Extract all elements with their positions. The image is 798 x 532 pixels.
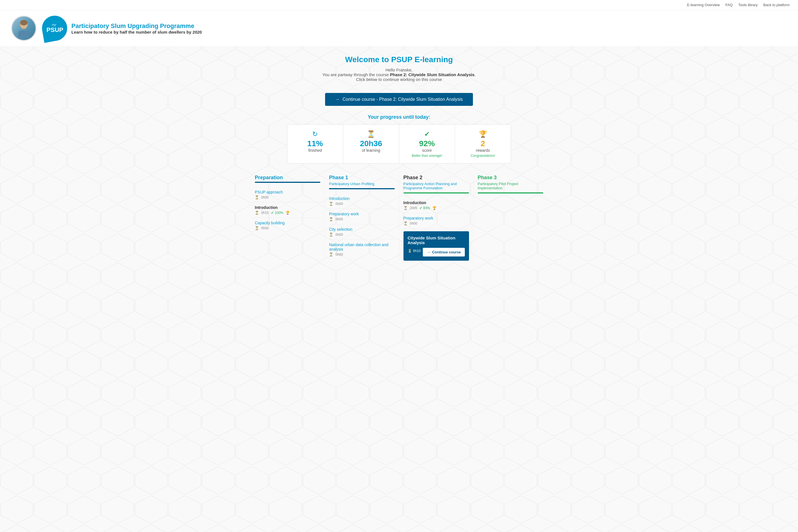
score-badge: ✔ 83% bbox=[419, 206, 430, 210]
current-course-title: Citywide Slum Situation Analysis bbox=[408, 235, 465, 245]
phase1-subtitle: Participatory Urban Profiling bbox=[329, 182, 395, 186]
item-title: City selection bbox=[329, 227, 395, 231]
nav-back-platform[interactable]: Back to platform bbox=[763, 3, 790, 7]
continue-course-button[interactable]: → Continue course - Phase 2: Citywide Sl… bbox=[325, 93, 473, 106]
item-meta: ⏳ 0h00 bbox=[329, 233, 395, 236]
score-sub: Better than average! bbox=[402, 154, 452, 158]
item-title: Introduction bbox=[403, 201, 469, 205]
item-title: National urban data collection and analy… bbox=[329, 243, 395, 251]
progress-heading: Your progress until today: bbox=[6, 114, 792, 120]
phase2-divider bbox=[403, 192, 469, 193]
top-nav: E-learning Overview FAQ Tools library Ba… bbox=[0, 0, 798, 10]
score-value: 92% bbox=[402, 139, 452, 148]
trophy-icon: 🏆 bbox=[432, 206, 437, 210]
progress-card-finished: ↻ 11% finished bbox=[287, 125, 343, 163]
phase3-divider bbox=[478, 192, 543, 193]
item-title: Introduction bbox=[329, 196, 395, 201]
progress-card-score: ✔ 92% score Better than average! bbox=[399, 125, 455, 163]
clock-icon: ⏳ bbox=[403, 222, 408, 225]
item-title: Preparatory work bbox=[403, 216, 469, 220]
arrow-icon: → bbox=[427, 250, 430, 254]
avatar bbox=[11, 16, 36, 41]
greeting-text: Hello Franske, You are partway through t… bbox=[6, 68, 792, 82]
item-meta: ⏳ 0h00 bbox=[403, 222, 469, 225]
phase-col-preparation: Preparation PSUP approach ⏳ 0h00 Introdu… bbox=[251, 175, 325, 261]
welcome-section: Welcome to PSUP E-learning Hello Franske… bbox=[0, 47, 798, 87]
phase-col-phase1: Phase 1 Participatory Urban Profiling In… bbox=[325, 175, 399, 261]
item-meta: ⏳ 0h00 bbox=[329, 202, 395, 206]
nav-faq[interactable]: FAQ bbox=[725, 3, 733, 7]
item-title: Preparatory work bbox=[329, 212, 395, 216]
progress-card-rewards: 🏆 2 rewards Congratulations! bbox=[455, 125, 511, 163]
progress-section: Your progress until today: ↻ 11% finishe… bbox=[0, 111, 798, 169]
clock-icon: ⏳ bbox=[255, 211, 259, 215]
item-meta: ⏳ 0h00 bbox=[255, 226, 320, 230]
arrow-icon: → bbox=[335, 97, 340, 102]
item-meta: ⏳ 2h05 ✔ 83% 🏆 bbox=[403, 206, 469, 210]
rewards-label: rewards bbox=[458, 148, 508, 153]
clock-icon: ⏳ bbox=[408, 249, 412, 253]
item-meta: ⏳ 0h00 bbox=[255, 195, 320, 200]
current-course-meta: ⏳ 6h10 bbox=[408, 249, 421, 253]
phase-preparation-divider bbox=[255, 182, 320, 183]
check-icon: ✔ bbox=[402, 130, 452, 138]
phase-preparation-title: Preparation bbox=[255, 175, 320, 180]
phase2-title: Phase 2 bbox=[403, 175, 469, 180]
list-item: Introduction ⏳ 0h15 ✔ 100% 🏆 bbox=[255, 203, 320, 218]
item-meta: ⏳ 0h15 ✔ 100% 🏆 bbox=[255, 211, 320, 215]
welcome-heading: Welcome to PSUP E-learning bbox=[6, 55, 792, 64]
trophy-icon: 🏆 bbox=[458, 130, 508, 138]
nav-tools-library[interactable]: Tools library bbox=[738, 3, 758, 7]
item-meta: ⏳ 0h00 bbox=[329, 252, 395, 256]
phase-col-phase2: Phase 2 Participatory Action Planning an… bbox=[399, 175, 474, 261]
continue-course-inner-button[interactable]: → Continue course bbox=[423, 248, 465, 256]
list-item: Preparatory work ⏳ 0h00 bbox=[403, 213, 469, 228]
continue-course-btn-label: Continue course bbox=[432, 250, 461, 254]
logo-badge: my PSUP bbox=[40, 14, 69, 43]
current-course-card: Citywide Slum Situation Analysis ⏳ 6h10 … bbox=[403, 231, 469, 261]
logo: my PSUP Participatory Slum Upgrading Pro… bbox=[42, 16, 202, 41]
svg-point-4 bbox=[20, 20, 27, 25]
nav-elearning-overview[interactable]: E-learning Overview bbox=[687, 3, 720, 7]
list-item: PSUP approach ⏳ 0h00 bbox=[255, 187, 320, 203]
phase3-subtitle: Participatory Pilot Project Implementati… bbox=[478, 182, 543, 190]
logo-my: my bbox=[52, 23, 56, 26]
item-meta: ⏳ 0h00 bbox=[329, 217, 395, 221]
svg-rect-2 bbox=[18, 31, 30, 38]
learning-label: of learning bbox=[346, 148, 396, 153]
clock-icon: ⏳ bbox=[403, 206, 408, 210]
finished-label: finished bbox=[290, 148, 340, 153]
item-title: PSUP approach bbox=[255, 190, 320, 194]
progress-cards: ↻ 11% finished ⏳ 20h36 of learning ✔ 92%… bbox=[287, 124, 511, 164]
score-label: score bbox=[402, 148, 452, 153]
refresh-icon: ↻ bbox=[290, 130, 340, 138]
phase3-title: Phase 3 bbox=[478, 175, 543, 180]
logo-title: Participatory Slum Upgrading Programme L… bbox=[71, 22, 202, 35]
clock-icon: ⏳ bbox=[255, 195, 259, 200]
phases-section: Preparation PSUP approach ⏳ 0h00 Introdu… bbox=[245, 175, 553, 261]
list-item: Introduction ⏳ 2h05 ✔ 83% 🏆 bbox=[403, 198, 469, 213]
clock-icon: ⏳ bbox=[255, 226, 259, 230]
clock-icon: ⏳ bbox=[346, 130, 396, 138]
header: my PSUP Participatory Slum Upgrading Pro… bbox=[0, 10, 798, 47]
phase1-divider bbox=[329, 188, 395, 189]
clock-icon: ⏳ bbox=[329, 233, 333, 236]
trophy-icon: 🏆 bbox=[286, 211, 290, 215]
phase1-title: Phase 1 bbox=[329, 175, 395, 180]
list-item: City selection ⏳ 0h00 bbox=[329, 224, 395, 240]
item-title: Capacity building bbox=[255, 221, 320, 225]
progress-card-learning: ⏳ 20h36 of learning bbox=[343, 125, 399, 163]
score-badge: ✔ 100% bbox=[271, 211, 283, 215]
rewards-sub: Congratulations! bbox=[458, 154, 508, 158]
phase-col-phase3: Phase 3 Participatory Pilot Project Impl… bbox=[474, 175, 547, 261]
continue-button-label: Continue course - Phase 2: Citywide Slum… bbox=[342, 97, 463, 102]
learning-value: 20h36 bbox=[346, 139, 396, 148]
finished-value: 11% bbox=[290, 139, 340, 148]
logo-psup: PSUP bbox=[46, 26, 63, 34]
logo-title-sub: Learn how to reduce by half the number o… bbox=[71, 30, 202, 35]
phase2-subtitle: Participatory Action Planning and Progra… bbox=[403, 182, 469, 190]
clock-icon: ⏳ bbox=[329, 202, 333, 206]
rewards-value: 2 bbox=[458, 139, 508, 148]
clock-icon: ⏳ bbox=[329, 217, 333, 221]
item-title: Introduction bbox=[255, 205, 320, 210]
